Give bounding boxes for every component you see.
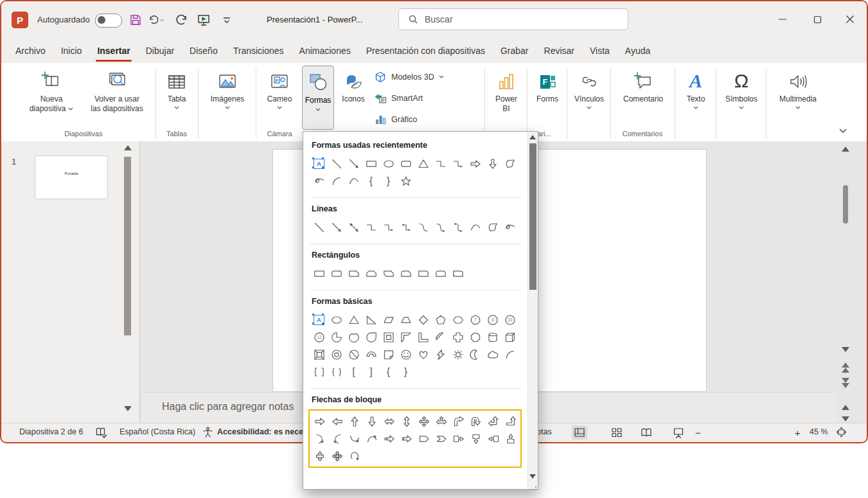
shape-cell-no-symbol[interactable] [345,346,362,363]
line-icon[interactable] [313,221,326,234]
text-box-icon[interactable]: A [314,315,324,325]
arrow-left-right-icon[interactable] [383,415,396,428]
triangle-icon[interactable] [348,314,360,326]
down-arrow-callout-icon[interactable] [470,432,483,445]
zoom-level[interactable]: 45 % [810,427,828,436]
quad-arrow-callout-icon[interactable] [331,450,344,463]
dodecagon-icon[interactable]: 12 [313,331,326,344]
left-arrow-callout-icon[interactable] [487,432,500,445]
shape-cell-curved-connector[interactable] [414,218,432,236]
rectangle-icon[interactable] [365,157,378,170]
quad-arrow-icon[interactable] [418,415,430,428]
power-bi-button[interactable]: Power BI [488,66,524,114]
curve-icon[interactable] [469,221,482,234]
block-arc-icon[interactable] [365,348,378,361]
menu-scroll-up-icon[interactable] [529,135,536,139]
lightning-bolt-icon[interactable] [434,348,447,361]
shape-cell-elbow-connector[interactable] [432,155,449,172]
notes-scroll-down-icon[interactable] [842,416,849,422]
arrow-right-icon[interactable] [469,157,482,170]
shape-cell-curved-double-arrow-connector[interactable] [449,218,466,236]
shape-cell-text-box[interactable]: A [310,155,328,172]
diagonal-stripe-icon[interactable] [434,331,447,344]
shape-cell-hexagon[interactable] [449,311,466,328]
tab-animaciones[interactable]: Animaciones [292,39,359,63]
shape-cell-curve[interactable] [345,172,362,190]
bracket-right-icon[interactable]: ] [369,367,372,377]
new-slide-button[interactable]: Nueva diapositiva [21,66,82,114]
shape-cell-right-triangle[interactable] [362,311,380,328]
shape-cell-cylinder[interactable] [484,328,501,346]
accessibility-status[interactable]: Accesibilidad: es nece [217,427,303,436]
shape-cell-arrow-right[interactable] [311,413,328,430]
star-5-icon[interactable] [400,175,412,188]
shape-cell-smiley-face[interactable] [397,346,414,363]
shape-cell-lightning-bolt[interactable] [432,346,449,363]
shape-cell-moon[interactable] [466,346,484,363]
heart-icon[interactable] [417,348,430,361]
arrow-right-icon[interactable] [314,415,326,428]
curve-icon[interactable] [348,175,360,188]
text-button[interactable]: A Texto [678,66,713,109]
symbols-button[interactable]: Ω Símbolos [720,66,763,109]
maximize-button[interactable] [801,1,834,37]
shape-cell-bevel[interactable] [310,346,328,363]
shape-cell-plaque[interactable] [466,328,484,346]
shape-cell-quad-arrow-callout[interactable] [328,447,346,465]
freeform-icon[interactable] [486,221,499,234]
canvas-scrollbar-thumb[interactable] [843,185,848,224]
shape-cell-striped-right-arrow[interactable] [380,430,398,447]
shape-cell-diagonal-stripe[interactable] [432,328,449,346]
shape-cell-down-arrow-callout[interactable] [467,430,484,447]
models-3d-button[interactable]: Modelos 3D [374,66,444,87]
parallelogram-icon[interactable] [382,314,395,326]
shape-cell-teardrop[interactable] [362,328,380,346]
shape-cell-left-arrow-callout[interactable] [484,430,502,447]
forms-button[interactable]: F Forms [531,66,564,104]
pentagon-arrow-icon[interactable] [418,432,430,445]
fit-slide-to-window-button[interactable] [835,426,847,440]
elbow-connector-icon[interactable] [365,221,378,234]
shape-cell-cube[interactable] [501,328,518,346]
undo-icon[interactable] [148,12,164,28]
collapse-ribbon-icon[interactable] [838,125,848,137]
shape-cell-pie[interactable] [328,328,345,346]
tab-inicio[interactable]: Inicio [53,39,90,63]
rounded-rectangle-icon[interactable] [330,267,343,280]
shape-cell-line[interactable] [328,155,345,172]
shape-cell-elbow-double-arrow-connector[interactable] [397,218,414,236]
shape-cell-rounded-rectangle[interactable] [397,155,414,172]
brace-right-icon[interactable]: } [404,367,407,377]
shape-cell-up-arrow-callout[interactable] [502,430,519,447]
shape-cell-donut[interactable] [328,346,345,363]
shape-cell-rectangle[interactable] [310,265,328,282]
donut-icon[interactable] [330,348,343,361]
shape-cell-line-double-arrow[interactable] [345,218,362,236]
cloud-icon[interactable] [486,348,499,361]
round-single-corner-icon[interactable] [417,267,430,280]
shape-cell-snip-diagonal-corners[interactable] [380,265,397,282]
curved-arrow-connector-icon[interactable] [434,221,447,234]
shape-cell-curved-left-arrow[interactable] [328,430,346,447]
images-button[interactable]: Imágenes [202,66,253,109]
shape-cell-freeform[interactable] [484,218,501,236]
menu-scrollbar[interactable] [527,132,538,489]
u-turn-arrow-icon[interactable] [470,415,483,428]
bracket-left-icon[interactable]: [ [352,367,355,377]
shapes-button[interactable]: Formas [302,66,334,130]
shape-cell-curve[interactable] [466,218,484,236]
up-down-arrow-callout-icon[interactable] [314,450,326,463]
left-right-up-arrow-icon[interactable] [435,415,448,428]
shape-cell-bracket-left[interactable]: [ [345,363,362,380]
shape-cell-arrow-up[interactable] [346,413,363,430]
shape-cell-scribble[interactable] [310,172,328,190]
teardrop-icon[interactable] [365,331,378,344]
line-arrow-icon[interactable] [330,221,343,234]
slideshow-view-button[interactable] [671,425,686,440]
oval-icon[interactable] [382,157,395,170]
trapezoid-icon[interactable] [400,314,412,326]
shape-cell-round-single-corner[interactable] [414,265,432,282]
scribble-icon[interactable] [313,175,326,188]
triangle-icon[interactable] [417,157,430,170]
shape-cell-u-turn-arrow[interactable] [467,413,484,430]
